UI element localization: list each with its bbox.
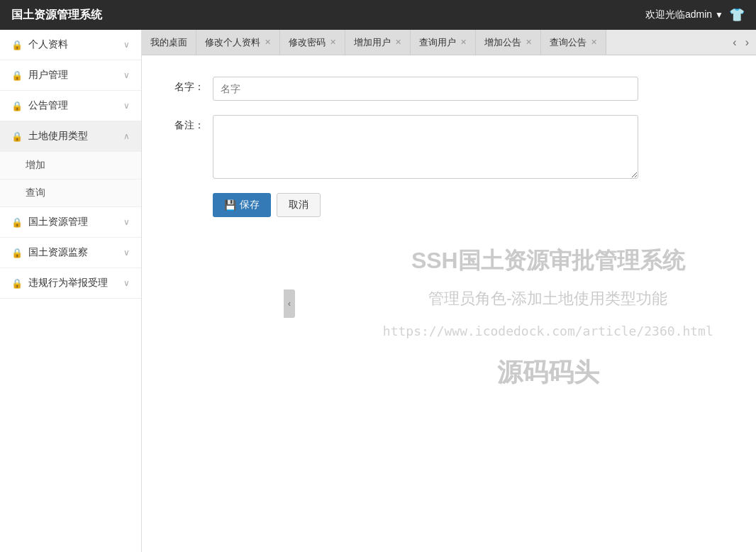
main-layout: 🔒 个人资料 ∨ 🔒 用户管理 ∨ 🔒 公告管理 ∨ 🔒 土地使用类型 — [0, 30, 756, 552]
sidebar-item-notice-management[interactable]: 🔒 公告管理 ∨ — [0, 91, 141, 121]
tab-close-query-user[interactable]: ✕ — [460, 38, 467, 47]
cancel-button[interactable]: 取消 — [277, 193, 321, 217]
header-right: 欢迎光临admin ▼ 👕 — [645, 7, 745, 23]
lock-icon: 🔒 — [11, 248, 23, 258]
welcome-text: 欢迎光临admin ▼ — [645, 9, 723, 21]
remark-label: 备注： — [170, 115, 213, 132]
name-label: 名字： — [170, 77, 213, 94]
lock-icon: 🔒 — [11, 217, 23, 228]
watermark-title: SSH国土资源审批管理系统 — [383, 245, 713, 277]
chevron-right-icon: ∨ — [123, 70, 130, 80]
chevron-right-icon: ∨ — [123, 278, 130, 288]
header: 国土资源管理系统 欢迎光临admin ▼ 👕 — [0, 0, 756, 30]
watermark-brand: 源码码头 — [383, 355, 713, 390]
tab-change-password[interactable]: 修改密码 ✕ — [280, 30, 345, 55]
watermark-url: https://www.icodedock.com/article/2360.h… — [383, 324, 713, 338]
sidebar-item-land-management[interactable]: 🔒 国土资源管理 ∨ — [0, 207, 141, 238]
save-button[interactable]: 💾 保存 — [213, 193, 271, 217]
tab-close-edit-profile[interactable]: ✕ — [265, 38, 271, 47]
remark-textarea[interactable] — [213, 115, 638, 179]
tabs-prev-button[interactable]: ‹ — [730, 35, 739, 50]
tab-query-user[interactable]: 查询用户 ✕ — [411, 30, 476, 55]
form-buttons: 💾 保存 取消 — [213, 193, 681, 217]
sidebar-collapse-button[interactable]: ‹ — [284, 289, 295, 318]
chevron-up-icon: ∧ — [123, 131, 130, 141]
main-content: 我的桌面 修改个人资料 ✕ 修改密码 ✕ 增加用户 ✕ 查询用户 ✕ — [142, 30, 756, 552]
sidebar-item-user-management[interactable]: 🔒 用户管理 ∨ — [0, 60, 141, 91]
watermark-subtitle: 管理员角色-添加土地使用类型功能 — [383, 288, 713, 309]
name-input[interactable] — [213, 77, 638, 101]
chevron-right-icon: ∨ — [123, 101, 130, 111]
form-row-remark: 备注： — [170, 115, 681, 179]
tab-my-desktop[interactable]: 我的桌面 — [142, 30, 196, 55]
sidebar-item-land-monitor[interactable]: 🔒 国土资源监察 ∨ — [0, 238, 141, 268]
chevron-down-icon[interactable]: ▼ — [715, 10, 723, 20]
lock-icon: 🔒 — [11, 70, 23, 81]
watermark: SSH国土资源审批管理系统 管理员角色-添加土地使用类型功能 https://w… — [383, 245, 713, 390]
sidebar-item-land-type-query[interactable]: 查询 — [0, 180, 141, 207]
tab-close-add-notice[interactable]: ✕ — [526, 38, 532, 47]
tabs-next-button[interactable]: › — [743, 35, 752, 50]
lock-icon: 🔒 — [11, 101, 23, 111]
tab-close-change-password[interactable]: ✕ — [330, 38, 336, 47]
tab-edit-profile[interactable]: 修改个人资料 ✕ — [196, 30, 280, 55]
chevron-right-icon: ∨ — [123, 40, 130, 50]
lock-icon: 🔒 — [11, 278, 23, 289]
tabs-navigation: ‹ › — [726, 35, 756, 50]
sidebar: 🔒 个人资料 ∨ 🔒 用户管理 ∨ 🔒 公告管理 ∨ 🔒 土地使用类型 — [0, 30, 142, 552]
chevron-right-icon: ∨ — [123, 248, 130, 258]
chevron-right-icon: ∨ — [123, 217, 130, 227]
tab-close-query-notice[interactable]: ✕ — [591, 38, 597, 47]
tabs-bar: 我的桌面 修改个人资料 ✕ 修改密码 ✕ 增加用户 ✕ 查询用户 ✕ — [142, 30, 756, 55]
sidebar-item-land-type-add[interactable]: 增加 — [0, 152, 141, 180]
tab-close-add-user[interactable]: ✕ — [395, 38, 401, 47]
tab-add-notice[interactable]: 增加公告 ✕ — [476, 30, 541, 55]
lock-icon: 🔒 — [11, 131, 23, 142]
app-title: 国土资源管理系统 — [11, 8, 102, 23]
save-icon: 💾 — [224, 199, 236, 211]
add-land-type-form: 名字： 备注： 💾 保存 取消 — [142, 55, 709, 238]
sidebar-item-land-type[interactable]: 🔒 土地使用类型 ∧ — [0, 121, 141, 152]
sidebar-item-violation-report[interactable]: 🔒 违规行为举报受理 ∨ — [0, 268, 141, 299]
shirt-icon[interactable]: 👕 — [729, 7, 745, 23]
sidebar-item-personal[interactable]: 🔒 个人资料 ∨ — [0, 30, 141, 60]
content-area: 名字： 备注： 💾 保存 取消 SSH国土资源审批管理系统 — [142, 55, 756, 552]
lock-icon: 🔒 — [11, 40, 23, 50]
tabs-list: 我的桌面 修改个人资料 ✕ 修改密码 ✕ 增加用户 ✕ 查询用户 ✕ — [142, 30, 726, 55]
tab-add-user[interactable]: 增加用户 ✕ — [345, 30, 411, 55]
tab-query-notice[interactable]: 查询公告 ✕ — [541, 30, 606, 55]
sidebar-submenu-land-type: 增加 查询 — [0, 152, 141, 207]
form-row-name: 名字： — [170, 77, 681, 101]
